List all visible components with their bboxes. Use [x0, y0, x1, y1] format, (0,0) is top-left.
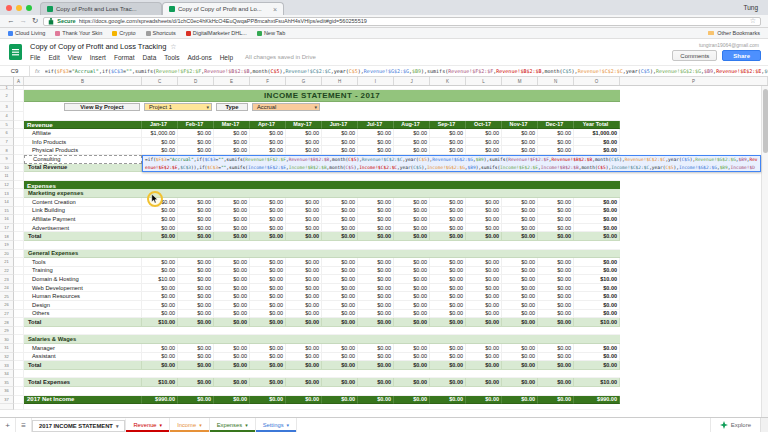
month-header-feb-17[interactable]: Feb-17 [178, 121, 214, 130]
cell[interactable]: $0.00 [574, 207, 620, 216]
cell[interactable] [14, 207, 24, 216]
column-header-M[interactable]: M [502, 77, 538, 85]
cell[interactable]: $0.00 [178, 344, 214, 353]
reload-icon[interactable]: ↻ [32, 17, 38, 25]
cell[interactable]: $0.00 [142, 361, 178, 370]
cell[interactable] [14, 275, 24, 284]
cell[interactable]: $0.00 [322, 146, 358, 155]
cell[interactable]: $0.00 [322, 138, 358, 147]
cell[interactable]: $0.00 [574, 198, 620, 207]
cell[interactable]: $0.00 [574, 232, 620, 241]
cell[interactable] [14, 164, 24, 173]
cell[interactable]: $0.00 [430, 207, 466, 216]
all-sheets-button[interactable]: ≡ [16, 418, 32, 432]
column-header-K[interactable]: K [430, 77, 466, 85]
row-label-total[interactable]: Total [24, 232, 142, 241]
row-header-29[interactable]: 29 [0, 327, 14, 336]
cell[interactable]: $0.00 [250, 310, 286, 319]
sheet-tab-menu-icon[interactable]: ▾ [160, 422, 163, 428]
cell[interactable]: $0.00 [394, 232, 430, 241]
cell[interactable]: $0.00 [538, 224, 574, 233]
cell[interactable]: $0.00 [358, 267, 394, 276]
cell[interactable]: $0.00 [250, 267, 286, 276]
cell[interactable]: $0.00 [502, 275, 538, 284]
cell[interactable] [14, 198, 24, 207]
row-header-13[interactable]: 13 [0, 189, 14, 198]
cell[interactable]: $0.00 [466, 146, 502, 155]
cell[interactable]: $0.00 [250, 258, 286, 267]
cell[interactable]: $0.00 [466, 224, 502, 233]
cell[interactable]: $0.00 [250, 275, 286, 284]
row-header-24[interactable]: 24 [0, 284, 14, 293]
cell[interactable]: $0.00 [394, 275, 430, 284]
cell[interactable]: $0.00 [214, 396, 250, 405]
cell[interactable]: $0.00 [538, 275, 574, 284]
cell[interactable]: $0.00 [358, 318, 394, 327]
cell[interactable]: $0.00 [250, 361, 286, 370]
other-bookmarks-button[interactable]: Other Bookmarks [708, 30, 760, 36]
column-header-F[interactable]: F [250, 77, 286, 85]
browser-tab-1[interactable]: Copy of Profit and Loss Trac... [40, 2, 162, 15]
cell[interactable]: $0.00 [322, 292, 358, 301]
menu-insert[interactable]: Insert [90, 54, 106, 61]
cell[interactable]: $0.00 [358, 138, 394, 147]
cell[interactable]: $0.00 [430, 138, 466, 147]
column-header-B[interactable]: B [24, 77, 142, 85]
cell[interactable]: $0.00 [142, 284, 178, 293]
menu-add-ons[interactable]: Add-ons [187, 54, 211, 61]
row-label-assistant[interactable]: Assistant [24, 353, 142, 362]
cell[interactable]: $0.00 [286, 275, 322, 284]
menu-file[interactable]: File [30, 54, 40, 61]
scrollbar-thumb[interactable] [763, 89, 768, 153]
sheet-tab-menu-icon[interactable]: ▾ [199, 422, 202, 428]
cell[interactable]: $0.00 [178, 232, 214, 241]
cell[interactable]: $0.00 [214, 353, 250, 362]
cell[interactable]: $0.00 [358, 284, 394, 293]
empty-cells[interactable] [24, 327, 620, 336]
cell[interactable]: $0.00 [394, 207, 430, 216]
cell[interactable]: $0.00 [322, 224, 358, 233]
empty-cells[interactable] [24, 172, 620, 181]
month-header-jul-17[interactable]: Jul-17 [358, 121, 394, 130]
cell[interactable]: $0.00 [394, 215, 430, 224]
cell[interactable]: $0.00 [358, 207, 394, 216]
cell[interactable] [14, 378, 24, 387]
cell[interactable]: $0.00 [394, 353, 430, 362]
cell[interactable]: $0.00 [142, 353, 178, 362]
cell[interactable]: $0.00 [430, 224, 466, 233]
bookmark-star-icon[interactable]: ☆ [750, 17, 756, 25]
subsection-general-expenses[interactable]: General Expenses [24, 250, 620, 259]
cell[interactable]: $0.00 [214, 292, 250, 301]
add-sheet-button[interactable]: + [0, 418, 16, 432]
cell[interactable]: $0.00 [322, 318, 358, 327]
cell[interactable]: $0.00 [322, 310, 358, 319]
cell[interactable]: $0.00 [322, 353, 358, 362]
month-header-apr-17[interactable]: Apr-17 [250, 121, 286, 130]
cell[interactable]: $0.00 [502, 396, 538, 405]
cell[interactable]: $0.00 [538, 284, 574, 293]
cell[interactable]: $0.00 [358, 361, 394, 370]
cell[interactable]: $0.00 [250, 224, 286, 233]
cell[interactable]: $0.00 [466, 301, 502, 310]
cell[interactable]: $0.00 [286, 232, 322, 241]
name-box[interactable]: C9 [0, 66, 30, 76]
cell[interactable]: $0.00 [394, 301, 430, 310]
cell[interactable]: $0.00 [430, 344, 466, 353]
cell[interactable]: $0.00 [322, 344, 358, 353]
cell[interactable]: $0.00 [286, 396, 322, 405]
cell[interactable]: $0.00 [178, 284, 214, 293]
cell[interactable]: $0.00 [358, 396, 394, 405]
cell[interactable]: $0.00 [502, 129, 538, 138]
cell[interactable] [14, 335, 24, 344]
cell[interactable]: $0.00 [430, 198, 466, 207]
close-window-button[interactable] [6, 5, 12, 11]
row-label-manager[interactable]: Manager [24, 344, 142, 353]
cell[interactable]: $0.00 [538, 198, 574, 207]
cell[interactable] [14, 361, 24, 370]
cell[interactable]: $0.00 [358, 353, 394, 362]
cell[interactable]: $0.00 [538, 207, 574, 216]
month-header-dec-17[interactable]: Dec-17 [538, 121, 574, 130]
row-label-tools[interactable]: Tools [24, 258, 142, 267]
sheet-tab-menu-icon[interactable]: ▾ [116, 423, 119, 429]
cell[interactable]: $0.00 [358, 344, 394, 353]
